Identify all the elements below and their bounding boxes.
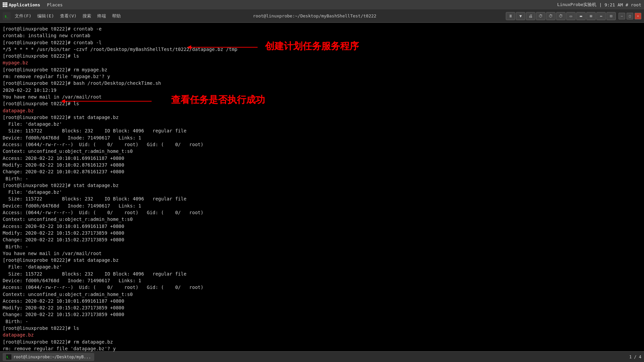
taskbar-terminal-icon: $_ (6, 354, 11, 360)
terminal-output: [root@linuxprobe t0222]# crontab -ecront… (3, 25, 641, 362)
toolbar-buttons: ⏸ ▼ 🖨 ⏱ ⏱ ⏱ ▭ ▬ ⊞ ↔ ⊡ (506, 12, 616, 20)
terminal-line: Size: 115722 Blocks: 232 IO Block: 4096 … (3, 270, 641, 277)
terminal-content[interactable]: [root@linuxprobe t0222]# crontab -ecront… (0, 23, 644, 362)
history-button2[interactable]: ⏱ (546, 12, 555, 20)
terminal-line: crontab: installing new crontab (3, 32, 641, 39)
terminal-menu[interactable]: 终端 (95, 12, 109, 20)
terminal-line: [root@linuxprobe t0222]# ls (3, 325, 641, 331)
terminal-line: 2020-02-22 10:12:19 (3, 87, 641, 94)
terminal-line: Access: (0644/-rw-r--r--) Uid: ( 0/ root… (3, 284, 641, 291)
taskbar-page-indicator: 1 / 4 (629, 355, 641, 359)
terminal-line: rm: remove regular file 'mypage.bz'? y (3, 73, 641, 80)
maximize-button[interactable]: □ (627, 13, 633, 19)
terminal-line: [root@linuxprobe t0222]# stat datapage.b… (3, 114, 641, 121)
user-display: # root (626, 2, 641, 7)
layout-button5[interactable]: ⊡ (606, 12, 616, 20)
terminal-line: Device: fd00h/64768d Inode: 71490617 Lin… (3, 277, 641, 284)
terminal-line: Change: 2020-02-22 10:15:02.237173859 +0… (3, 311, 641, 318)
terminal-line: File: 'datapage.bz' (3, 263, 641, 270)
history-button3[interactable]: ⏱ (556, 12, 566, 20)
layout-button4[interactable]: ↔ (596, 12, 606, 20)
titlebar-right: ⏸ ▼ 🖨 ⏱ ⏱ ⏱ ▭ ▬ ⊞ ↔ ⊡ — □ ✕ (506, 12, 641, 20)
terminal-line: Device: fd00h/64768d Inode: 71490617 Lin… (3, 134, 641, 141)
file-menu[interactable]: 文件(F) (12, 12, 34, 20)
terminal-line: Size: 115722 Blocks: 232 IO Block: 4096 … (3, 195, 641, 202)
terminal-line: You have new mail in /var/mail/root (3, 250, 641, 257)
terminal-line: [root@linuxprobe t0222]# rm mypage.bz (3, 66, 641, 73)
terminal-line: Device: fd00h/64768d Inode: 71490617 Lin… (3, 202, 641, 209)
minimize-button[interactable]: — (619, 13, 625, 19)
layout-button3[interactable]: ⊞ (586, 12, 596, 20)
terminal-line: Context: unconfined_u:object_r:admin_hom… (3, 216, 641, 223)
terminal-line: [root@linuxprobe t0222]# bash /root/Desk… (3, 80, 641, 86)
separator: | (599, 2, 602, 7)
terminal-line: */5 * * * * /usr/bin/tar -czvf /root/Des… (3, 46, 641, 53)
terminal-line: [root@linuxprobe t0222]# ls (3, 100, 641, 107)
top-menubar: Applications Places LinuxProbe实验机 | 9:21… (0, 0, 644, 9)
terminal-line: Access: 2020-02-22 10:10:01.699161187 +0… (3, 155, 641, 162)
terminal-menus: 文件(F) 编辑(E) 查看(V) 搜索 终端 帮助 (12, 12, 123, 20)
titlebar-left: $_ 文件(F) 编辑(E) 查看(V) 搜索 终端 帮助 (3, 12, 123, 20)
top-menu-items: Places (44, 2, 65, 8)
terminal-line: File: 'datapage.bz' (3, 121, 641, 127)
terminal-line: Birth: - (3, 243, 641, 250)
terminal-line: Context: unconfined_u:object_r:admin_hom… (3, 291, 641, 298)
terminal-line: Change: 2020-02-22 10:15:02.237173859 +0… (3, 236, 641, 243)
terminal-line: [root@linuxprobe t0222]# stat datapage.b… (3, 257, 641, 263)
terminal-line: Modify: 2020-02-22 10:15:02.237173859 +0… (3, 304, 641, 311)
print-button[interactable]: 🖨 (526, 12, 535, 20)
dropdown-button[interactable]: ▼ (516, 12, 525, 20)
terminal-line: Access: 2020-02-22 10:10:01.699161187 +0… (3, 223, 641, 230)
terminal-line: File: 'datapage.bz' (3, 189, 641, 195)
terminal-titlebar: $_ 文件(F) 编辑(E) 查看(V) 搜索 终端 帮助 root@linux… (0, 9, 644, 23)
terminal-line: Birth: - (3, 175, 641, 182)
window-controls: — □ ✕ (619, 13, 641, 19)
terminal-line: You have new mail in /var/mail/root (3, 94, 641, 100)
terminal-line: [root@linuxprobe t0222]# stat datapage.b… (3, 182, 641, 189)
terminal-line: Size: 115722 Blocks: 232 IO Block: 4096 … (3, 127, 641, 134)
help-menu[interactable]: 帮助 (109, 12, 123, 20)
applications-icon (3, 2, 7, 7)
terminal-line: mypage.bz (3, 59, 641, 66)
taskbar-item-label: root@linuxprobe:~/Desktop/myB... (13, 355, 91, 359)
machine-name: LinuxProbe实验机 (557, 2, 596, 8)
pause-button[interactable]: ⏸ (506, 12, 515, 20)
close-button[interactable]: ✕ (635, 13, 641, 19)
terminal-line: [root@linuxprobe t0222]# ls (3, 53, 641, 59)
taskbar-terminal-item[interactable]: $_ root@linuxprobe:~/Desktop/myB... (3, 353, 94, 361)
applications-label: Applications (9, 2, 40, 7)
terminal-line: datapage.bz (3, 107, 641, 114)
bottom-taskbar: $_ root@linuxprobe:~/Desktop/myB... 1 / … (0, 351, 644, 362)
edit-menu[interactable]: 编辑(E) (35, 12, 56, 20)
terminal-line: [root@linuxprobe t0222]# rm datapage.bz (3, 339, 641, 345)
terminal-line: [root@linuxprobe t0222]# crontab -l (3, 39, 641, 46)
terminal-line: [root@linuxprobe t0222]# crontab -e (3, 25, 641, 32)
terminal-line: Access: 2020-02-22 10:10:01.699161187 +0… (3, 298, 641, 304)
terminal-window: $_ 文件(F) 编辑(E) 查看(V) 搜索 终端 帮助 root@linux… (0, 9, 644, 362)
top-right-info: LinuxProbe实验机 | 9:21 AM # root (557, 2, 641, 8)
search-menu[interactable]: 搜索 (80, 12, 94, 20)
terminal-app-icon: $_ (3, 12, 11, 20)
terminal-line: Context: unconfined_u:object_r:admin_hom… (3, 148, 641, 155)
applications-menu[interactable]: Applications (3, 2, 40, 7)
terminal-title: root@linuxprobe:~/Desktop/myBashShellTes… (253, 13, 376, 18)
terminal-line: Birth: - (3, 318, 641, 325)
terminal-line: Modify: 2020-02-22 10:15:02.237173859 +0… (3, 230, 641, 236)
layout-button2[interactable]: ▬ (576, 12, 586, 20)
terminal-line: datapage.bz (3, 331, 641, 338)
terminal-line: Modify: 2020-02-22 10:10:02.876161237 +0… (3, 162, 641, 168)
terminal-line: Access: (0644/-rw-r--r--) Uid: ( 0/ root… (3, 141, 641, 148)
svg-text:$_: $_ (5, 15, 8, 18)
layout-button1[interactable]: ▭ (566, 12, 576, 20)
svg-text:$_: $_ (6, 356, 10, 359)
terminal-line: Change: 2020-02-22 10:10:02.876161237 +0… (3, 168, 641, 175)
terminal-line: Access: (0644/-rw-r--r--) Uid: ( 0/ root… (3, 209, 641, 216)
time-display: 9:21 AM (604, 2, 623, 7)
view-menu[interactable]: 查看(V) (57, 12, 79, 20)
places-menu[interactable]: Places (44, 2, 65, 8)
history-button1[interactable]: ⏱ (536, 12, 545, 20)
